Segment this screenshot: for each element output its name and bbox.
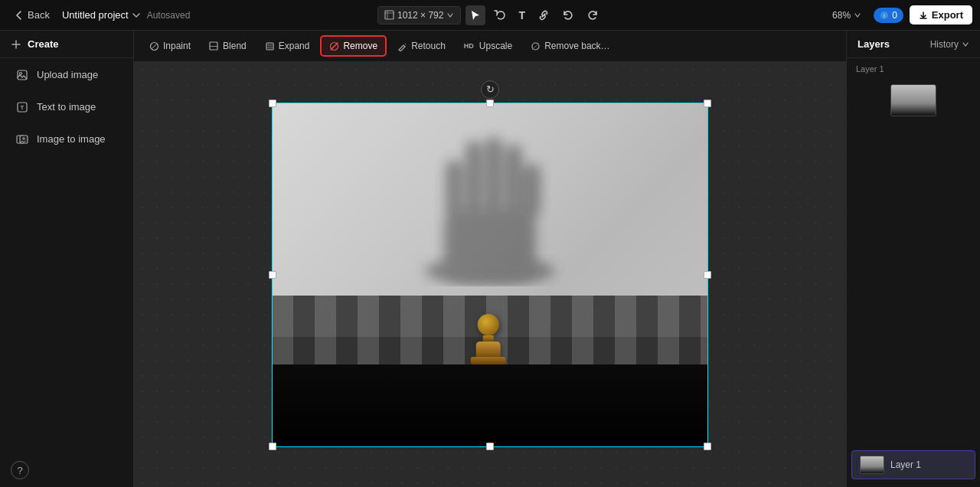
crown-shadow-svg xyxy=(406,118,574,286)
hd-badge: HD xyxy=(464,42,474,50)
credit-badge: i 0 xyxy=(874,8,903,23)
layer-item-1[interactable]: Layer 1 xyxy=(851,450,975,479)
select-icon xyxy=(469,9,482,21)
back-icon xyxy=(14,10,24,21)
rotate-left-button[interactable] xyxy=(490,5,510,25)
right-sidebar-spacer xyxy=(847,124,980,449)
resize-icon xyxy=(384,10,394,20)
inpaint-button[interactable]: Inpaint xyxy=(142,37,198,55)
help-circle[interactable]: ? xyxy=(11,461,29,479)
svg-text:T: T xyxy=(21,105,24,110)
download-icon xyxy=(919,11,928,20)
retouch-button[interactable]: Retouch xyxy=(390,37,453,55)
create-label: Create xyxy=(28,38,58,50)
left-sidebar: Create Upload image T Text to image xyxy=(0,31,134,487)
upscale-button[interactable]: HD Upscale xyxy=(456,37,520,55)
layers-title: Layers xyxy=(858,38,890,50)
main-layout: Create Upload image T Text to image xyxy=(0,31,980,487)
back-label: Back xyxy=(28,9,50,21)
remove-background-button[interactable]: Remove back… xyxy=(523,37,617,55)
svg-rect-0 xyxy=(385,11,394,19)
expand-button[interactable]: Expand xyxy=(257,37,318,55)
layer-item-thumbnail xyxy=(860,456,884,474)
text-to-image-icon: T xyxy=(15,100,29,113)
export-button[interactable]: Export xyxy=(910,5,972,25)
svg-rect-17 xyxy=(466,141,482,217)
help-button[interactable]: ? xyxy=(0,453,133,487)
svg-rect-3 xyxy=(18,70,27,80)
top-bar-left: Back Untitled project Autosaved xyxy=(8,6,222,24)
sidebar-item-upload-image[interactable]: Upload image xyxy=(5,60,129,89)
image-to-image-icon xyxy=(15,132,29,145)
chevron-down-zoom-icon xyxy=(854,11,861,19)
svg-rect-20 xyxy=(524,164,541,217)
remove-icon xyxy=(329,41,339,51)
refresh-handle[interactable]: ↻ xyxy=(481,80,499,99)
undo-button[interactable] xyxy=(558,5,578,25)
layer-item-name: Layer 1 xyxy=(890,459,921,470)
sidebar-item-text-to-image[interactable]: T Text to image xyxy=(5,92,129,121)
image-to-image-label: Image to image xyxy=(37,133,106,145)
autosaved-status: Autosaved xyxy=(147,10,191,21)
refresh-icon: ↻ xyxy=(486,83,495,95)
top-bar: Back Untitled project Autosaved 1012 × 7… xyxy=(0,0,980,31)
create-icon xyxy=(11,39,21,50)
bottom-padding xyxy=(847,481,980,487)
remove-background-icon xyxy=(531,41,541,51)
canvas-size-button[interactable]: 1012 × 792 xyxy=(377,6,461,25)
upload-image-label: Upload image xyxy=(37,69,98,80)
history-button[interactable]: History xyxy=(930,39,969,50)
chevron-down-icon xyxy=(132,11,141,20)
chevron-down-small-icon xyxy=(446,11,454,19)
redo-icon xyxy=(586,9,599,21)
top-bar-right: 68% i 0 Export xyxy=(758,5,972,25)
back-button[interactable]: Back xyxy=(8,6,56,24)
right-sidebar: Layers History Layer 1 Layer 1 xyxy=(846,31,980,487)
toolbar-strip: Inpaint Blend Expand xyxy=(134,31,846,62)
rotate-left-icon xyxy=(494,9,506,21)
svg-rect-16 xyxy=(446,160,462,221)
svg-point-4 xyxy=(20,73,22,75)
project-name[interactable]: Untitled project xyxy=(62,9,141,21)
canvas-viewport[interactable]: ↻ xyxy=(134,62,846,487)
svg-rect-12 xyxy=(266,43,273,50)
canvas-image-container: ↻ xyxy=(272,103,708,447)
create-header: Create xyxy=(0,31,133,58)
inpaint-icon xyxy=(149,41,159,51)
blend-button[interactable]: Blend xyxy=(201,37,254,55)
remove-button[interactable]: Remove xyxy=(320,35,387,57)
layers-header: Layers History xyxy=(847,31,980,58)
text-tool-icon: T xyxy=(518,9,525,21)
svg-rect-11 xyxy=(210,42,217,50)
layer-thumbnail-container xyxy=(847,77,980,124)
redo-button[interactable] xyxy=(583,5,603,25)
layer1-section-label: Layer 1 xyxy=(847,58,980,77)
svg-rect-19 xyxy=(505,145,522,217)
text-tool-button[interactable]: T xyxy=(514,5,529,25)
undo-icon xyxy=(562,9,574,21)
credit-icon: i xyxy=(880,11,889,20)
svg-rect-18 xyxy=(485,137,502,217)
top-bar-center: 1012 × 792 T xyxy=(228,5,752,25)
chevron-down-history-icon xyxy=(962,41,969,48)
zoom-control[interactable]: 68% xyxy=(826,7,867,24)
retouch-icon xyxy=(397,41,407,51)
sidebar-item-image-to-image[interactable]: Image to image xyxy=(5,124,129,153)
canvas-area: Inpaint Blend Expand xyxy=(134,31,846,487)
expand-icon xyxy=(265,41,275,51)
pawn-piece xyxy=(471,314,506,364)
link-tool-button[interactable] xyxy=(534,5,554,25)
upload-icon xyxy=(15,67,29,81)
link-icon xyxy=(537,9,550,21)
blend-icon xyxy=(209,41,219,51)
select-tool-button[interactable] xyxy=(466,5,485,25)
layer-thumbnail xyxy=(890,84,936,116)
text-to-image-label: Text to image xyxy=(37,101,96,113)
